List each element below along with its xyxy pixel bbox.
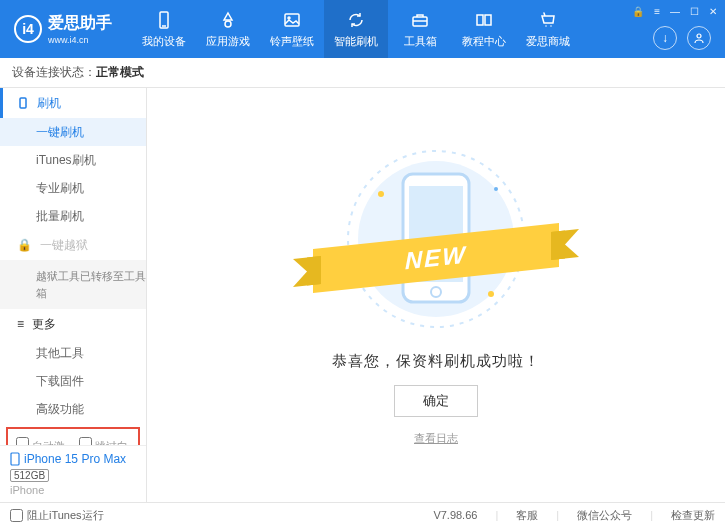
nav-flash[interactable]: 智能刷机 <box>324 0 388 58</box>
close-icon[interactable]: ✕ <box>709 6 717 17</box>
user-controls: ↓ <box>653 26 711 50</box>
sidebar-section-jailbreak: 🔒一键越狱 <box>0 230 146 260</box>
cart-icon <box>538 10 558 30</box>
nav-tutorials[interactable]: 教程中心 <box>452 0 516 58</box>
options-box: 自动激活 跳过向导 <box>6 427 140 445</box>
nav-ringtones[interactable]: 铃声壁纸 <box>260 0 324 58</box>
svg-point-15 <box>494 187 498 191</box>
minimize-icon[interactable]: ― <box>670 6 680 17</box>
view-log-link[interactable]: 查看日志 <box>414 431 458 446</box>
lock-icon: 🔒 <box>17 238 32 252</box>
skip-guide-checkbox[interactable]: 跳过向导 <box>79 437 130 445</box>
image-icon <box>282 10 302 30</box>
main-content: NEW 恭喜您，保资料刷机成功啦！ 确定 查看日志 <box>147 88 725 502</box>
block-itunes-checkbox[interactable]: 阻止iTunes运行 <box>10 508 104 523</box>
svg-point-16 <box>488 291 494 297</box>
maximize-icon[interactable]: ☐ <box>690 6 699 17</box>
sidebar-section-flash[interactable]: 刷机 <box>0 88 146 118</box>
success-illustration: NEW <box>341 144 531 334</box>
titlebar: i4 爱思助手 www.i4.cn 我的设备 应用游戏 铃声壁纸 智能刷机 工具… <box>0 0 725 58</box>
logo: i4 爱思助手 www.i4.cn <box>0 13 126 45</box>
sidebar-item-oneclick[interactable]: 一键刷机 <box>0 118 146 146</box>
svg-rect-8 <box>11 453 19 465</box>
menu-icon: ≡ <box>17 317 24 331</box>
nav-store[interactable]: 爱思商城 <box>516 0 580 58</box>
footer-link-support[interactable]: 客服 <box>516 508 538 523</box>
phone-icon <box>154 10 174 30</box>
window-controls: 🔒 ≡ ― ☐ ✕ <box>632 6 717 17</box>
download-button[interactable]: ↓ <box>653 26 677 50</box>
main-nav: 我的设备 应用游戏 铃声壁纸 智能刷机 工具箱 教程中心 爱思商城 <box>132 0 580 58</box>
ok-button[interactable]: 确定 <box>394 385 478 417</box>
device-panel[interactable]: iPhone 15 Pro Max 512GB iPhone <box>0 445 146 502</box>
status-value: 正常模式 <box>96 64 144 81</box>
toolbox-icon <box>410 10 430 30</box>
phone-icon <box>17 97 29 109</box>
lock-icon[interactable]: 🔒 <box>632 6 644 17</box>
app-url: www.i4.cn <box>48 35 112 45</box>
storage-badge: 512GB <box>10 469 49 482</box>
svg-point-14 <box>378 191 384 197</box>
book-icon <box>474 10 494 30</box>
nav-toolbox[interactable]: 工具箱 <box>388 0 452 58</box>
phone-icon <box>10 452 20 466</box>
logo-icon: i4 <box>14 15 42 43</box>
version-label: V7.98.66 <box>433 509 477 521</box>
svg-rect-3 <box>285 14 299 26</box>
app-name: 爱思助手 <box>48 13 112 34</box>
status-bar: 设备连接状态：正常模式 <box>0 58 725 88</box>
svg-point-6 <box>697 34 701 38</box>
sidebar-item-other[interactable]: 其他工具 <box>0 339 146 367</box>
footer-link-update[interactable]: 检查更新 <box>671 508 715 523</box>
footer: 阻止iTunes运行 V7.98.66 | 客服 | 微信公众号 | 检查更新 <box>0 502 725 527</box>
apps-icon <box>218 10 238 30</box>
sidebar-item-download[interactable]: 下载固件 <box>0 367 146 395</box>
auto-activate-checkbox[interactable]: 自动激活 <box>16 437 67 445</box>
svg-point-2 <box>225 21 231 27</box>
menu-icon[interactable]: ≡ <box>654 6 660 17</box>
footer-link-wechat[interactable]: 微信公众号 <box>577 508 632 523</box>
sidebar-item-batch[interactable]: 批量刷机 <box>0 202 146 230</box>
jailbreak-note: 越狱工具已转移至工具箱 <box>0 260 146 309</box>
nav-apps[interactable]: 应用游戏 <box>196 0 260 58</box>
refresh-icon <box>346 10 366 30</box>
sidebar-item-pro[interactable]: 专业刷机 <box>0 174 146 202</box>
success-message: 恭喜您，保资料刷机成功啦！ <box>332 352 540 371</box>
user-button[interactable] <box>687 26 711 50</box>
sidebar-item-itunes[interactable]: iTunes刷机 <box>0 146 146 174</box>
sidebar-section-more[interactable]: ≡更多 <box>0 309 146 339</box>
sidebar: 刷机 一键刷机 iTunes刷机 专业刷机 批量刷机 🔒一键越狱 越狱工具已转移… <box>0 88 147 502</box>
device-type: iPhone <box>10 484 136 496</box>
sidebar-item-advanced[interactable]: 高级功能 <box>0 395 146 423</box>
device-name: iPhone 15 Pro Max <box>10 452 136 466</box>
nav-my-device[interactable]: 我的设备 <box>132 0 196 58</box>
status-label: 设备连接状态： <box>12 64 96 81</box>
svg-rect-7 <box>20 98 26 108</box>
svg-point-4 <box>288 17 290 19</box>
